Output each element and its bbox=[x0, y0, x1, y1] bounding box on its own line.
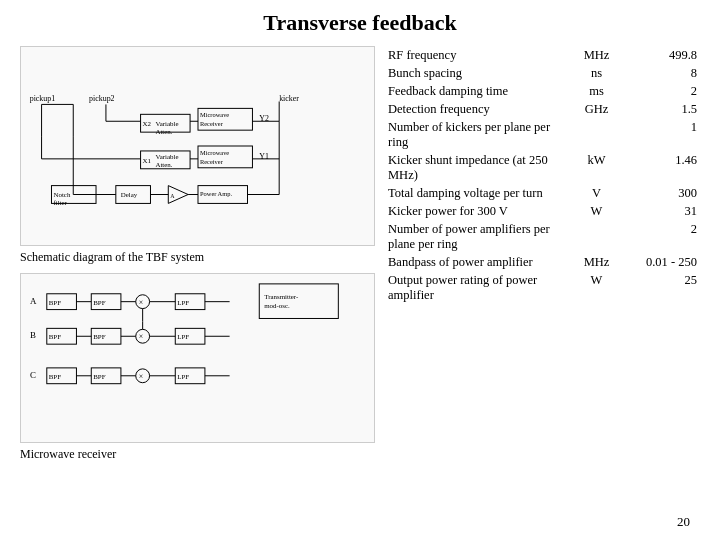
param-label: Total damping voltage per turn bbox=[385, 184, 574, 202]
svg-text:×: × bbox=[139, 372, 143, 381]
param-value: 2 bbox=[619, 220, 700, 253]
svg-text:×: × bbox=[139, 332, 143, 341]
param-label: Bunch spacing bbox=[385, 64, 574, 82]
receiver-label: Microwave receiver bbox=[20, 447, 375, 462]
param-label: Number of kickers per plane per ring bbox=[385, 118, 574, 151]
svg-text:A: A bbox=[30, 296, 37, 306]
page-title: Transverse feedback bbox=[20, 10, 700, 36]
svg-text:Microwave: Microwave bbox=[200, 149, 229, 156]
svg-text:Atten.: Atten. bbox=[155, 128, 172, 135]
param-label: Detection frequency bbox=[385, 100, 574, 118]
svg-text:Atten.: Atten. bbox=[155, 161, 172, 168]
param-value: 1 bbox=[619, 118, 700, 151]
param-value: 300 bbox=[619, 184, 700, 202]
param-unit: W bbox=[574, 202, 619, 220]
page-number: 20 bbox=[677, 514, 690, 530]
param-unit: kW bbox=[574, 151, 619, 184]
svg-text:BPF: BPF bbox=[93, 299, 105, 306]
param-value: 1.5 bbox=[619, 100, 700, 118]
param-value: 31 bbox=[619, 202, 700, 220]
left-column: pickup1 pickup2 kicker X2 Variable Atten… bbox=[20, 46, 375, 462]
svg-text:BPF: BPF bbox=[93, 333, 105, 340]
table-row: Feedback damping timems2 bbox=[385, 82, 700, 100]
param-label: Kicker shunt impedance (at 250 MHz) bbox=[385, 151, 574, 184]
table-row: Kicker power for 300 VW31 bbox=[385, 202, 700, 220]
svg-text:C: C bbox=[30, 370, 36, 380]
param-unit: MHz bbox=[574, 46, 619, 64]
param-unit: GHz bbox=[574, 100, 619, 118]
receiver-svg: A BPF BPF × LPF B bbox=[21, 274, 374, 442]
param-value: 0.01 - 250 bbox=[619, 253, 700, 271]
table-row: Number of power amplifiers per plane per… bbox=[385, 220, 700, 253]
svg-text:LPF: LPF bbox=[177, 299, 189, 306]
svg-text:A: A bbox=[170, 193, 175, 199]
table-row: Bandpass of power amplifierMHz0.01 - 250 bbox=[385, 253, 700, 271]
content-area: pickup1 pickup2 kicker X2 Variable Atten… bbox=[20, 46, 700, 462]
svg-text:Microwave: Microwave bbox=[200, 111, 229, 118]
svg-text:B: B bbox=[30, 330, 36, 340]
param-unit bbox=[574, 118, 619, 151]
param-label: Number of power amplifiers per plane per… bbox=[385, 220, 574, 253]
param-unit: W bbox=[574, 271, 619, 304]
svg-text:Y2: Y2 bbox=[259, 114, 269, 123]
parameters-table-container: RF frequencyMHz499.8Bunch spacingns8Feed… bbox=[385, 46, 700, 304]
svg-text:Receiver: Receiver bbox=[200, 120, 224, 127]
table-row: Number of kickers per plane per ring1 bbox=[385, 118, 700, 151]
param-unit: ms bbox=[574, 82, 619, 100]
table-row: Detection frequencyGHz1.5 bbox=[385, 100, 700, 118]
svg-text:Variable: Variable bbox=[155, 120, 178, 127]
param-unit: MHz bbox=[574, 253, 619, 271]
param-unit: V bbox=[574, 184, 619, 202]
svg-text:pickup2: pickup2 bbox=[89, 94, 115, 103]
svg-text:mod-osc.: mod-osc. bbox=[264, 302, 290, 309]
param-value: 499.8 bbox=[619, 46, 700, 64]
param-label: Bandpass of power amplifier bbox=[385, 253, 574, 271]
svg-text:Variable: Variable bbox=[155, 153, 178, 160]
table-row: Kicker shunt impedance (at 250 MHz)kW1.4… bbox=[385, 151, 700, 184]
param-unit bbox=[574, 220, 619, 253]
param-unit: ns bbox=[574, 64, 619, 82]
svg-text:X1: X1 bbox=[143, 157, 152, 164]
svg-text:BPF: BPF bbox=[49, 333, 61, 340]
parameters-table: RF frequencyMHz499.8Bunch spacingns8Feed… bbox=[385, 46, 700, 304]
param-value: 1.46 bbox=[619, 151, 700, 184]
svg-text:LPF: LPF bbox=[177, 333, 189, 340]
schematic-svg: pickup1 pickup2 kicker X2 Variable Atten… bbox=[21, 47, 374, 245]
svg-text:×: × bbox=[139, 298, 143, 307]
receiver-diagram: A BPF BPF × LPF B bbox=[20, 273, 375, 443]
param-label: Kicker power for 300 V bbox=[385, 202, 574, 220]
svg-text:Transmitter-: Transmitter- bbox=[264, 293, 299, 300]
param-value: 8 bbox=[619, 64, 700, 82]
svg-text:Receiver: Receiver bbox=[200, 158, 224, 165]
param-value: 25 bbox=[619, 271, 700, 304]
svg-text:kicker: kicker bbox=[279, 94, 299, 103]
svg-text:Power Amp.: Power Amp. bbox=[200, 190, 233, 197]
table-row: Bunch spacingns8 bbox=[385, 64, 700, 82]
svg-text:Notch: Notch bbox=[53, 191, 70, 198]
svg-text:Y1: Y1 bbox=[259, 152, 269, 161]
svg-text:Delay: Delay bbox=[121, 191, 138, 198]
page: Transverse feedback pickup1 pickup2 kick… bbox=[0, 0, 720, 540]
svg-text:pickup1: pickup1 bbox=[30, 94, 56, 103]
svg-text:X2: X2 bbox=[143, 120, 152, 127]
svg-text:BPF: BPF bbox=[49, 299, 61, 306]
schematic-label: Schematic diagram of the TBF system bbox=[20, 250, 375, 265]
param-label: RF frequency bbox=[385, 46, 574, 64]
param-label: Feedback damping time bbox=[385, 82, 574, 100]
table-row: Total damping voltage per turnV300 bbox=[385, 184, 700, 202]
table-row: Output power rating of power amplifierW2… bbox=[385, 271, 700, 304]
param-label: Output power rating of power amplifier bbox=[385, 271, 574, 304]
schematic-diagram: pickup1 pickup2 kicker X2 Variable Atten… bbox=[20, 46, 375, 246]
table-row: RF frequencyMHz499.8 bbox=[385, 46, 700, 64]
svg-text:BPF: BPF bbox=[49, 373, 61, 380]
svg-text:LPF: LPF bbox=[177, 373, 189, 380]
svg-text:filter: filter bbox=[53, 199, 67, 206]
param-value: 2 bbox=[619, 82, 700, 100]
svg-text:BPF: BPF bbox=[93, 373, 105, 380]
